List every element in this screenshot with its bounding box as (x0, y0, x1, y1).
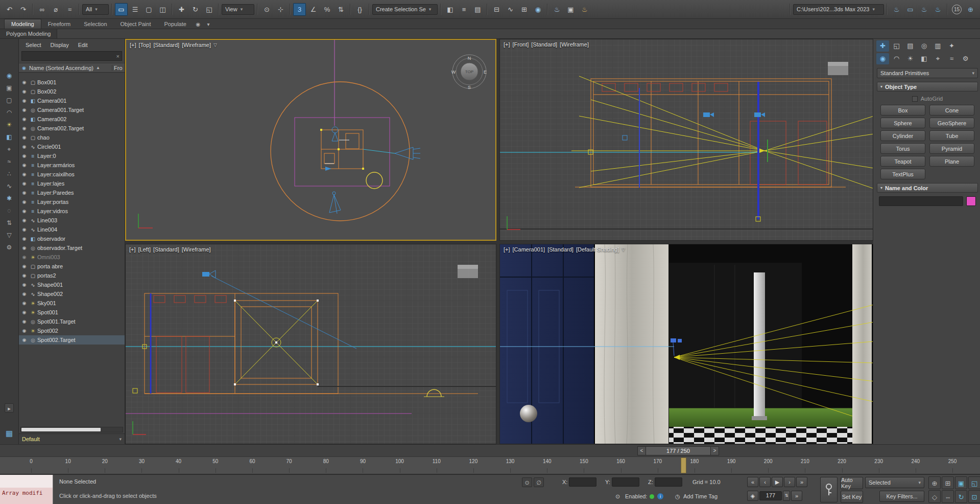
rectangular-selection-icon[interactable]: ▢ (142, 3, 155, 16)
eye-icon[interactable]: ◉ (20, 310, 29, 315)
time-slider-handle[interactable]: < 177 / 250 > (637, 446, 719, 455)
maxscript-mini-listener[interactable]: Array modifi (0, 475, 53, 504)
explorer-row[interactable]: ◉∿Shape002 (19, 289, 125, 299)
ribbon-minimize-icon[interactable]: ▾ (203, 21, 213, 29)
eye-icon[interactable]: ◉ (20, 181, 29, 186)
render-frame-window-icon[interactable]: ♨ (931, 3, 944, 16)
ribbon-config-icon[interactable]: ◉ (193, 21, 203, 29)
next-frame-button[interactable]: › (784, 477, 795, 487)
explorer-row[interactable]: ◉◎Camera001.Target (19, 105, 125, 114)
expand-arrow-icon[interactable]: ▸ (5, 403, 14, 413)
create-tab[interactable]: ✚ (876, 40, 889, 52)
info-icon[interactable]: i (657, 493, 663, 499)
explorer-row[interactable]: ◉☀Sky001 (19, 299, 125, 308)
explorer-column-header[interactable]: ◉ Name (Sorted Ascending) ▲ Fro (19, 63, 125, 73)
tab-modeling[interactable]: Modeling (4, 19, 41, 29)
explorer-row[interactable]: ◉◎Spot001.Target (19, 317, 125, 326)
object-type-button-plane[interactable]: Plane (929, 156, 974, 167)
viewport-menu-pov[interactable]: [Front] (513, 41, 529, 48)
align-icon[interactable]: ≡ (458, 3, 470, 16)
layer-grid-icon[interactable]: ▦ (3, 428, 15, 439)
angle-snap-icon[interactable]: ∠ (307, 3, 320, 16)
tab-populate[interactable]: Populate (157, 19, 193, 29)
render-production-icon[interactable]: ♨ (578, 3, 591, 16)
auto-key-button[interactable]: Auto Key (841, 477, 863, 489)
select-object-icon[interactable]: ▭ (115, 3, 128, 16)
explorer-row[interactable]: ◉◎observador.Target (19, 243, 125, 253)
viewport-menu-general[interactable]: [+] (129, 246, 136, 253)
key-mode-toggle-icon[interactable]: ◈ (747, 491, 758, 501)
unlink-selection-icon[interactable]: ⌀ (50, 3, 62, 16)
eye-icon[interactable]: ◉ (20, 209, 29, 214)
track-bar[interactable]: 0102030405060708090100110120130140150160… (0, 456, 980, 474)
object-type-rollout[interactable]: ▾ Object Type (877, 82, 978, 91)
rendered-frame-icon[interactable]: ▣ (564, 3, 577, 16)
systems-subtab[interactable]: ⚙ (959, 53, 972, 64)
eye-icon[interactable]: ◉ (20, 227, 29, 232)
pan-icon[interactable]: ⇔ (942, 490, 954, 503)
zoom-all-icon[interactable]: ⊞ (942, 476, 954, 489)
viewport-top[interactable]: TOP N W S E [+] [Top] [Standard] [Wirefr… (125, 39, 496, 241)
add-time-tag[interactable]: Add Time Tag (683, 493, 718, 499)
maximize-viewport-icon[interactable]: ⊡ (968, 490, 980, 503)
eye-icon[interactable]: ◉ (20, 98, 29, 103)
clear-search-icon[interactable]: × (116, 53, 119, 59)
scrollbar-thumb[interactable] (21, 428, 101, 431)
eye-icon[interactable]: ◉ (20, 236, 29, 241)
object-name-field[interactable] (879, 196, 963, 206)
reference-coordinate-dropdown[interactable]: View▾ (222, 4, 254, 15)
eye-icon[interactable]: ◉ (20, 328, 29, 333)
spinner-snap-icon[interactable]: ⇅ (334, 3, 347, 16)
select-and-move-icon[interactable]: ✚ (175, 3, 188, 16)
se-display-boxes-icon[interactable]: ▢ (3, 95, 15, 105)
geometry-subtab[interactable]: ◉ (876, 53, 889, 64)
mirror-icon[interactable]: ◧ (444, 3, 457, 16)
frame-rate-badge[interactable]: 15 (952, 5, 962, 14)
explorer-row[interactable]: ◉▢porta abre (19, 262, 125, 271)
explorer-row[interactable]: ◉∿Shape001 (19, 280, 125, 289)
selection-filter-dropdown[interactable]: All▾ (82, 4, 109, 15)
viewport-filter-icon[interactable]: ▽ (622, 247, 625, 252)
set-keys-button[interactable] (820, 477, 838, 502)
explorer-menu-edit[interactable]: Edit (75, 41, 91, 49)
eye-icon[interactable]: ◉ (20, 273, 29, 278)
polygon-modeling-panel[interactable]: Polygon Modeling (0, 29, 57, 38)
helpers-subtab[interactable]: ⌖ (931, 53, 944, 64)
toggle-scene-explorer-icon[interactable]: ⊟ (490, 3, 503, 16)
layer-manager-icon[interactable]: ▤ (471, 3, 484, 16)
y-coordinate-field[interactable] (612, 477, 639, 487)
welcome-toggle-icon[interactable]: ⊙ (615, 493, 620, 500)
eye-icon[interactable]: ◉ (20, 282, 29, 287)
frame-spinner[interactable]: ⇅ (783, 491, 790, 501)
eye-icon[interactable]: ◉ (20, 218, 29, 223)
explorer-row[interactable]: ◉≡Layer:lajes (19, 179, 125, 188)
eye-icon[interactable]: ◉ (20, 153, 29, 158)
schematic-view-icon[interactable]: ⊞ (518, 3, 531, 16)
motion-tab[interactable]: ◎ (918, 40, 930, 52)
se-display-particles-icon[interactable]: ∴ (3, 169, 15, 179)
previous-frame-arrow[interactable]: < (637, 446, 646, 455)
viewport-left[interactable]: [+] [Left] [Standard] [Wireframe] (125, 244, 496, 444)
explorer-row[interactable]: ◉◧Camera002 (19, 114, 125, 124)
zoom-icon[interactable]: ⊕ (928, 476, 941, 489)
modify-tab[interactable]: ◱ (890, 40, 903, 52)
explorer-row[interactable]: ◉◧observador (19, 234, 125, 243)
viewport-menu-shading[interactable]: [Wireframe] (182, 42, 211, 48)
tab-freeform[interactable]: Freeform (41, 19, 78, 29)
eye-icon[interactable]: ◉ (20, 190, 29, 195)
object-type-button-torus[interactable]: Torus (880, 143, 925, 154)
explorer-row[interactable]: ◉∿Line004 (19, 225, 125, 234)
se-display-hidden-icon[interactable]: ◌ (3, 205, 15, 216)
go-to-start-button[interactable]: « (747, 477, 758, 487)
explorer-preset-dropdown[interactable]: Default ▾ (19, 433, 125, 444)
current-frame-marker[interactable] (681, 457, 686, 473)
explorer-row[interactable]: ◉∿Line003 (19, 216, 125, 225)
se-display-spacewarps-icon[interactable]: ≈ (3, 156, 15, 167)
eye-icon[interactable]: ◉ (20, 172, 29, 177)
tab-selection[interactable]: Selection (77, 19, 113, 29)
se-settings-icon[interactable]: ⚙ (3, 242, 15, 253)
explorer-row[interactable]: ◉≡Layer:vidros (19, 207, 125, 216)
time-slider-track[interactable]: < 177 / 250 > (0, 444, 980, 456)
select-and-link-icon[interactable]: ∞ (36, 3, 49, 16)
explorer-row[interactable]: ◉◧Camera001 (19, 96, 125, 105)
